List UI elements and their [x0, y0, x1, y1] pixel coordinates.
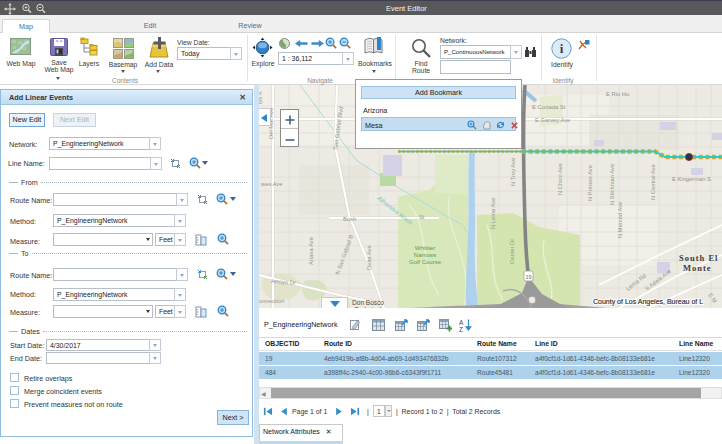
svg-text:lyn A: lyn A: [259, 91, 263, 104]
svg-text:Z: Z: [459, 326, 463, 333]
svg-text:Don Bosco: Don Bosco: [352, 299, 384, 306]
svg-text:Delta Ave: Delta Ave: [366, 245, 372, 270]
svg-text:St: St: [419, 214, 425, 220]
svg-text:wes Ave: wes Ave: [260, 181, 282, 187]
svg-text:Bush: Bush: [343, 216, 356, 222]
svg-text:N Lema Ave: N Lema Ave: [490, 198, 496, 229]
svg-text:E Cortada St: E Cortada St: [532, 104, 566, 110]
svg-text:E Kingerman S: E Kingerman S: [672, 176, 711, 182]
svg-text:N Central Ave: N Central Ave: [650, 164, 656, 200]
svg-text:E Rio Ho: E Rio Ho: [606, 91, 629, 97]
svg-text:N Potrero Ave: N Potrero Ave: [587, 165, 593, 201]
svg-text:Golf Course: Golf Course: [409, 259, 442, 265]
svg-text:N Stichman Ave: N Stichman Ave: [609, 164, 615, 205]
svg-text:South El: South El: [679, 253, 718, 263]
svg-text:A: A: [459, 319, 464, 326]
svg-text:onnection: onnection: [259, 298, 284, 304]
svg-text:Ariana Ave: Ariana Ave: [308, 237, 314, 265]
svg-text:Monte: Monte: [683, 263, 712, 273]
svg-text:N Troy Ave: N Troy Ave: [510, 158, 516, 186]
svg-text:Whittier: Whittier: [415, 245, 435, 251]
svg-text:N Merced Ave: N Merced Ave: [617, 202, 623, 238]
svg-text:N Chico Ave: N Chico Ave: [557, 163, 563, 195]
svg-text:i: i: [560, 41, 564, 56]
svg-text:Narrows: Narrows: [414, 252, 436, 258]
svg-text:Center Dr: Center Dr: [509, 239, 515, 264]
svg-text:E Garvey Ave: E Garvey Ave: [535, 117, 570, 123]
svg-text:19: 19: [525, 274, 531, 280]
svg-text:County of Los Angeles, Bureau: County of Los Angeles, Bureau of L: [593, 298, 703, 306]
